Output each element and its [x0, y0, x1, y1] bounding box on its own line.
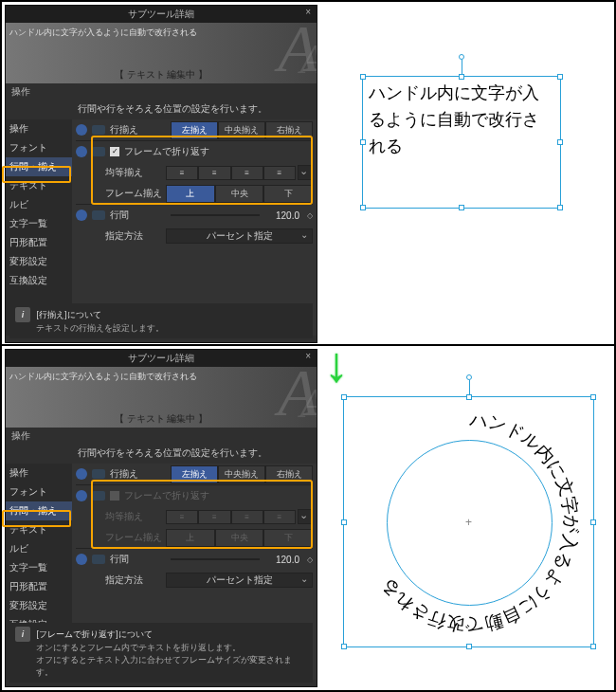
indicator-icon[interactable] [76, 468, 87, 480]
indicator-icon[interactable] [76, 209, 87, 221]
info-box: i [フレームで折り返す]について オンにするとフレーム内でテキストを折り返しま… [9, 623, 313, 683]
sidebar-item-selected[interactable]: 行間・揃え [6, 157, 72, 176]
info-icon: i [15, 307, 30, 322]
preview-area: ハンドル内に文字が入るように自動で改行される A A 【 テキスト 編集中 】 [6, 367, 317, 428]
sidebar-item[interactable]: 操作 [6, 119, 72, 138]
align-left-button[interactable]: 左揃え [171, 465, 218, 483]
justify-opt: ≡ [198, 510, 230, 524]
align-left-button[interactable]: 左揃え [171, 121, 218, 139]
justify-opt[interactable]: ≡ [166, 166, 198, 180]
resize-handle[interactable] [360, 139, 366, 145]
toggle-icon[interactable] [92, 210, 105, 220]
row-line-align: 行揃え 左揃え 中央揃え 右揃え [76, 119, 313, 140]
frame-align-top[interactable]: 上 [166, 185, 215, 203]
toggle-icon[interactable] [92, 125, 105, 135]
sidebar-item[interactable]: 文字一覧 [6, 558, 72, 577]
linegap-value[interactable]: 120.0 [262, 210, 305, 221]
justify-label: 均等揃え [105, 510, 164, 523]
sidebar-item[interactable]: 変形設定 [6, 596, 72, 615]
resize-handle[interactable] [459, 74, 464, 80]
sidebar-item[interactable]: 円形配置 [6, 233, 72, 252]
spec-dropdown[interactable]: パーセント指定 [166, 573, 313, 588]
close-icon[interactable]: × [305, 351, 311, 361]
linegap-slider[interactable] [171, 214, 260, 216]
operation-label: 操作 [6, 83, 317, 100]
spec-label: 指定方法 [105, 229, 164, 243]
wrap-checkbox[interactable] [110, 491, 119, 501]
row-wrap: ✓ フレームで折り返す [76, 141, 313, 162]
frame-align-bot[interactable]: 下 [263, 185, 313, 203]
window-titlebar[interactable]: サブツール詳細 × [6, 350, 317, 367]
indicator-icon[interactable] [76, 554, 87, 565]
align-right-button[interactable]: 右揃え [265, 465, 313, 483]
sidebar-item[interactable]: 文字一覧 [6, 214, 72, 233]
window-title: サブツール詳細 [128, 9, 194, 19]
justify-opt[interactable]: ≡ [231, 166, 263, 180]
line-align-label: 行揃え [110, 123, 169, 137]
indicator-icon[interactable] [76, 124, 87, 136]
sidebar-item[interactable]: 変形設定 [6, 252, 72, 271]
linegap-slider[interactable] [171, 558, 260, 560]
justify-opt: ≡ [263, 510, 296, 524]
canvas-area-bottom: + ハンドル内に文字が入るように自動で改行される [324, 349, 611, 687]
toggle-icon[interactable] [92, 469, 105, 479]
sidebar-item[interactable]: テキスト [6, 176, 72, 195]
close-icon[interactable]: × [305, 7, 311, 17]
linegap-label: 行間 [110, 209, 169, 222]
sidebar-item[interactable]: 円形配置 [6, 577, 72, 596]
indicator-icon[interactable] [76, 146, 87, 157]
toggle-icon[interactable] [92, 491, 105, 501]
sidebar-item[interactable]: 互換設定 [6, 271, 72, 290]
resize-handle[interactable] [557, 74, 563, 80]
frame-text[interactable]: ハンドル内に文字が入るように自動で改行される [369, 81, 554, 160]
subtool-panel: サブツール詳細 × ハンドル内に文字が入るように自動で改行される A A 【 テ… [5, 349, 317, 687]
spec-dropdown[interactable]: パーセント指定 [166, 228, 313, 244]
sidebar-item[interactable]: ルビ [6, 539, 72, 558]
wrap-checkbox[interactable]: ✓ [110, 147, 119, 156]
toggle-icon[interactable] [92, 555, 105, 564]
justify-opt[interactable]: ≡ [263, 166, 296, 180]
window-titlebar[interactable]: サブツール詳細 × [6, 6, 317, 23]
circle-text-path: ハンドル内に文字が入るように自動で改行される [344, 397, 595, 648]
row-spec: 指定方法 パーセント指定 [76, 570, 313, 591]
align-center-button[interactable]: 中央揃え [218, 121, 265, 139]
row-justify: 均等揃え ≡ ≡ ≡ ≡ [76, 162, 313, 183]
resize-handle[interactable] [360, 74, 366, 80]
info-icon: i [15, 627, 30, 642]
align-center-button[interactable]: 中央揃え [218, 465, 265, 483]
indicator-icon[interactable] [76, 490, 87, 501]
align-right-button[interactable]: 右揃え [265, 121, 313, 139]
frame-align-label: フレーム揃え [105, 531, 164, 544]
rotate-handle[interactable] [459, 54, 464, 60]
text-frame[interactable]: ハンドル内に文字が入るように自動で改行される [362, 76, 561, 209]
toggle-icon[interactable] [92, 147, 105, 156]
sidebar-item[interactable]: テキスト [6, 520, 72, 539]
resize-handle[interactable] [557, 205, 563, 210]
rotate-handle[interactable] [466, 374, 472, 380]
frame-align-mid[interactable]: 中央 [215, 185, 264, 203]
operation-label: 操作 [6, 428, 317, 445]
resize-handle[interactable] [557, 139, 563, 145]
sidebar-item-selected[interactable]: 行間・揃え [6, 501, 72, 520]
sidebar-item[interactable]: 操作 [6, 464, 72, 483]
resize-handle[interactable] [360, 205, 366, 210]
justify-dropdown[interactable] [298, 509, 313, 524]
info-title: [行揃え]について [37, 310, 101, 319]
linegap-value[interactable]: 120.0 [262, 555, 305, 565]
row-linegap: 行間 120.0◇ [76, 205, 313, 226]
justify-opt[interactable]: ≡ [198, 166, 230, 180]
row-frame-align: フレーム揃え 上 中央 下 [76, 527, 313, 548]
text-frame[interactable]: + ハンドル内に文字が入るように自動で改行される [343, 396, 594, 647]
justify-dropdown[interactable] [298, 165, 313, 180]
sidebar-item[interactable]: ルビ [6, 195, 72, 214]
frame-align-top: 上 [166, 529, 215, 547]
row-wrap: フレームで折り返す [76, 485, 313, 506]
info-box: i [行揃え]について テキストの行揃えを設定します。 [9, 303, 313, 338]
sidebar-item[interactable]: フォント [6, 483, 72, 501]
sidebar-item[interactable]: フォント [6, 138, 72, 157]
subtool-panel: サブツール詳細 × ハンドル内に文字が入るように自動で改行される A A 【 テ… [5, 5, 317, 343]
info-body: テキストの行揃えを設定します。 [36, 322, 307, 335]
row-line-align: 行揃え 左揃え 中央揃え 右揃え [76, 464, 313, 484]
resize-handle[interactable] [459, 205, 464, 210]
editing-label: 【 テキスト 編集中 】 [6, 68, 317, 82]
